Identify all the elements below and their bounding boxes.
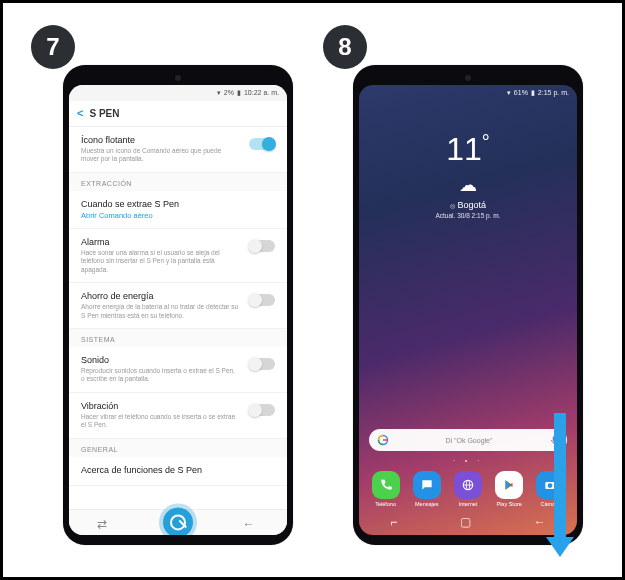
app-label: Teléfono — [375, 501, 396, 507]
android-navbar: ⌐ ▢ ← — [359, 509, 577, 535]
section-extraction: EXTRACCIÓN — [69, 173, 287, 191]
phone-app-icon — [372, 471, 400, 499]
weather-widget[interactable]: 11° ☁ ◎ Bogotá Actual. 30/8 2:15 p. m. — [359, 131, 577, 219]
settings-header[interactable]: < S PEN — [69, 101, 287, 127]
toggle-alarm[interactable] — [249, 240, 275, 252]
setting-sound[interactable]: Sonido Reproducir sonidos cuando inserta… — [69, 347, 287, 393]
battery-text: 61% — [514, 89, 528, 96]
location-icon: ◎ — [450, 203, 455, 209]
step-number: 8 — [338, 33, 351, 61]
step-badge-7: 7 — [31, 25, 75, 69]
temperature: 11° — [359, 131, 577, 168]
app-playstore[interactable]: Play Store — [491, 471, 527, 507]
city-name: Bogotá — [457, 200, 486, 210]
setting-desc: Hace sonar una alarma si el usuario se a… — [81, 249, 239, 274]
status-bar: ▾ 2% ▮ 10:22 a. m. — [69, 85, 287, 101]
degree-symbol: ° — [482, 131, 490, 153]
setting-title: Cuando se extrae S Pen — [81, 199, 275, 209]
section-general: GENERAL — [69, 439, 287, 457]
wifi-icon: ▾ — [507, 89, 511, 97]
setting-desc: Reproducir sonidos cuando inserta o extr… — [81, 367, 239, 384]
setting-desc: Ahorre energía de la batería al no trata… — [81, 303, 239, 320]
setting-when-removed[interactable]: Cuando se extrae S Pen Abrir Comando aér… — [69, 191, 287, 229]
screen-settings: ▾ 2% ▮ 10:22 a. m. < S PEN Ícono flotant… — [69, 85, 287, 535]
camera-app-icon — [536, 471, 564, 499]
section-system: SISTEMA — [69, 329, 287, 347]
setting-link[interactable]: Abrir Comando aéreo — [81, 211, 275, 220]
setting-title: Ícono flotante — [81, 135, 239, 145]
toggle-floating-icon[interactable] — [249, 138, 275, 150]
toggle-vibration[interactable] — [249, 404, 275, 416]
home-icon[interactable]: ▢ — [460, 515, 471, 529]
app-messages[interactable]: Mensajes — [409, 471, 445, 507]
app-dock: Teléfono Mensajes Internet — [359, 467, 577, 509]
android-navbar: ⇄ ◻ ← — [69, 509, 287, 535]
recents-icon[interactable]: ⌐ — [390, 515, 397, 529]
clock: 10:22 a. m. — [244, 89, 279, 96]
page-title: S PEN — [89, 108, 119, 119]
touch-annotation-icon — [163, 508, 193, 535]
setting-power-saving[interactable]: Ahorro de energía Ahorre energía de la b… — [69, 283, 287, 329]
step-number: 7 — [46, 33, 59, 61]
clock: 2:15 p. m. — [538, 89, 569, 96]
earpiece — [465, 75, 471, 81]
app-internet[interactable]: Internet — [450, 471, 486, 507]
phone-mockup-settings: ▾ 2% ▮ 10:22 a. m. < S PEN Ícono flotant… — [63, 65, 293, 545]
back-nav-icon[interactable]: ← — [243, 517, 259, 529]
setting-title: Vibración — [81, 401, 239, 411]
toggle-power-saving[interactable] — [249, 294, 275, 306]
battery-text: 2% — [224, 89, 234, 96]
page-indicator: · • · — [359, 457, 577, 464]
svg-point-7 — [548, 483, 553, 488]
settings-list: Ícono flotante Muestra un ícono de Coman… — [69, 127, 287, 509]
app-label: Play Store — [496, 501, 521, 507]
app-label: Cámara — [541, 501, 561, 507]
battery-icon: ▮ — [531, 89, 535, 97]
spacer — [359, 219, 577, 425]
temp-value: 11 — [446, 131, 482, 167]
status-bar: ▾ 61% ▮ 2:15 p. m. — [359, 85, 577, 101]
google-search-bar[interactable]: Di "Ok Google" — [369, 429, 567, 451]
internet-app-icon — [454, 471, 482, 499]
phone-mockup-home: ▾ 61% ▮ 2:15 p. m. 11° ☁ ◎ Bogotá Actual… — [353, 65, 583, 545]
setting-title: Sonido — [81, 355, 239, 365]
setting-desc: Hacer vibrar el teléfono cuando se inser… — [81, 413, 239, 430]
city-label: ◎ Bogotá — [359, 200, 577, 210]
app-label: Internet — [459, 501, 478, 507]
search-hint: Di "Ok Google" — [446, 437, 493, 444]
earpiece — [175, 75, 181, 81]
setting-floating-icon[interactable]: Ícono flotante Muestra un ícono de Coman… — [69, 127, 287, 173]
step-badge-8: 8 — [323, 25, 367, 69]
toggle-sound[interactable] — [249, 358, 275, 370]
mic-icon[interactable] — [549, 435, 559, 445]
setting-alarm[interactable]: Alarma Hace sonar una alarma si el usuar… — [69, 229, 287, 283]
wifi-icon: ▾ — [217, 89, 221, 97]
back-icon[interactable]: < — [77, 107, 83, 119]
weather-icon: ☁ — [359, 174, 577, 196]
recents-icon[interactable]: ⇄ — [97, 517, 113, 529]
playstore-app-icon — [495, 471, 523, 499]
app-phone[interactable]: Teléfono — [368, 471, 404, 507]
setting-about-spen[interactable]: Acerca de funciones de S Pen — [69, 457, 287, 486]
google-logo-icon — [377, 434, 389, 446]
setting-title: Ahorro de energía — [81, 291, 239, 301]
messages-app-icon — [413, 471, 441, 499]
setting-desc: Muestra un ícono de Comando aéreo que pu… — [81, 147, 239, 164]
weather-updated: Actual. 30/8 2:15 p. m. — [359, 212, 577, 219]
back-nav-icon[interactable]: ← — [534, 515, 546, 529]
app-label: Mensajes — [415, 501, 439, 507]
screen-home: ▾ 61% ▮ 2:15 p. m. 11° ☁ ◎ Bogotá Actual… — [359, 85, 577, 535]
setting-title: Acerca de funciones de S Pen — [81, 465, 275, 475]
svg-rect-1 — [553, 436, 556, 441]
instruction-panel: 7 8 ▾ 2% ▮ 10:22 a. m. < S PEN Ícono flo… — [0, 0, 625, 580]
setting-title: Alarma — [81, 237, 239, 247]
app-camera[interactable]: Cámara — [532, 471, 568, 507]
setting-vibration[interactable]: Vibración Hacer vibrar el teléfono cuand… — [69, 393, 287, 439]
battery-icon: ▮ — [237, 89, 241, 97]
